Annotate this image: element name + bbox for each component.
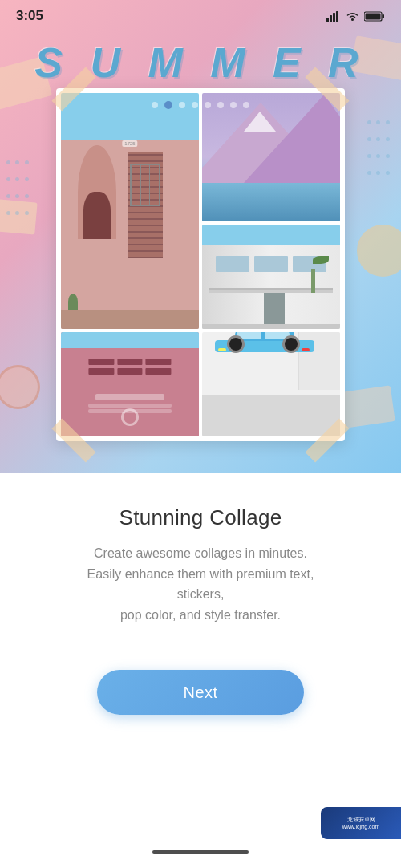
page-dot-0[interactable] xyxy=(152,102,158,108)
page-dot-7[interactable] xyxy=(243,102,249,108)
collage-wrapper: 1725 xyxy=(56,88,345,441)
next-button[interactable]: Next xyxy=(97,670,304,715)
watermark-text: 龙城安卓网 www.lcjrfg.com xyxy=(342,816,380,830)
deco-dots xyxy=(367,120,391,185)
page-dot-1[interactable] xyxy=(164,101,172,109)
collage-cell-arch: 1725 xyxy=(61,93,199,329)
watermark: 龙城安卓网 www.lcjrfg.com xyxy=(321,807,401,839)
page-dot-2[interactable] xyxy=(179,102,185,108)
collage-cell-mountain xyxy=(202,93,340,221)
svg-rect-6 xyxy=(383,14,385,18)
svg-point-4 xyxy=(351,18,354,21)
wifi-icon xyxy=(346,11,359,22)
collage-cell-white-building xyxy=(202,225,340,329)
page-dot-6[interactable] xyxy=(230,102,237,108)
deco-shape xyxy=(357,225,401,277)
svg-rect-3 xyxy=(336,11,338,22)
section-title: Stunning Collage xyxy=(119,505,282,530)
status-time: 3:05 xyxy=(16,8,43,24)
home-indicator xyxy=(152,850,249,854)
collage-cell-car xyxy=(202,332,340,436)
collage-card: 1725 xyxy=(56,88,345,441)
section-description: Create awesome collages in minutes.Easil… xyxy=(72,543,329,625)
collage-cell-pink2 xyxy=(61,332,199,436)
page-dot-4[interactable] xyxy=(205,102,211,108)
top-section: S U M M E R xyxy=(0,0,401,473)
deco-dots xyxy=(6,160,30,225)
svg-rect-1 xyxy=(330,15,332,22)
svg-rect-2 xyxy=(333,13,335,22)
page-dot-3[interactable] xyxy=(192,102,198,108)
status-bar: 3:05 xyxy=(0,0,401,29)
status-icons xyxy=(326,11,385,22)
collage-grid: 1725 xyxy=(61,93,340,436)
svg-rect-7 xyxy=(366,13,381,19)
bottom-bar xyxy=(0,841,401,868)
page-dots xyxy=(0,101,401,109)
deco-shape xyxy=(0,365,40,409)
battery-icon xyxy=(364,11,385,22)
bottom-section: Stunning Collage Create awesome collages… xyxy=(0,473,401,739)
page-dot-5[interactable] xyxy=(217,102,224,108)
svg-rect-0 xyxy=(326,18,329,22)
signal-icon xyxy=(326,11,341,22)
